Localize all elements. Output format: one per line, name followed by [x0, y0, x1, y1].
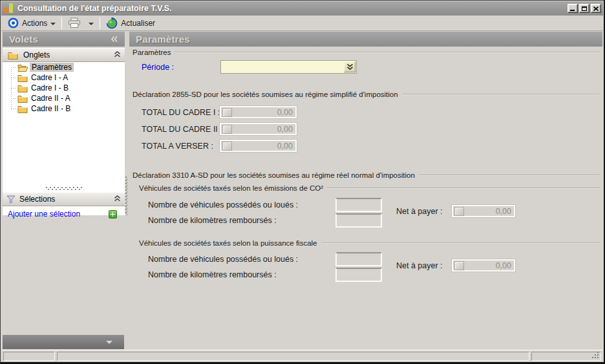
status-panel-right	[531, 352, 601, 361]
field-mini-button[interactable]	[222, 125, 232, 134]
tree-item-label: Paramètres	[30, 63, 74, 72]
total-verser-label: TOTAL A VERSER :	[142, 142, 213, 151]
main-panel: Paramètres Paramètres Période : Déclarat…	[129, 31, 602, 347]
co2-section-legend: Véhicules de sociétés taxés selon les ém…	[139, 184, 600, 192]
app-icon	[3, 3, 14, 14]
decl3310-legend: Déclaration 3310 A-SD pour les sociétés …	[133, 171, 600, 179]
main-body: Paramètres Période : Déclaration 2855-SD…	[129, 47, 602, 347]
tree-item-label: Cadre I - A	[29, 73, 70, 82]
field-mini-button[interactable]	[222, 108, 232, 117]
field-mini-button[interactable]	[222, 142, 232, 151]
fiscale-net-label: Net à payer :	[396, 261, 443, 270]
decl2855-legend: Déclaration 2855-SD pour les sociétés so…	[133, 91, 600, 98]
toolbar: Actions Actualiser	[1, 16, 603, 31]
window-title: Consultation de l'état préparatoire T.V.…	[17, 4, 172, 13]
toolbar-separator	[61, 17, 62, 29]
tree-item-label: Cadre I - B	[29, 83, 70, 92]
status-panel-main	[57, 352, 529, 361]
vertical-splitter-grip[interactable]	[125, 177, 127, 215]
total-cadre2-value: 0,00	[277, 123, 293, 136]
selections-title: Sélections	[19, 195, 55, 204]
collapse-caret-down-icon	[106, 341, 112, 344]
actions-target-icon	[8, 17, 19, 28]
refresh-icon	[106, 17, 118, 29]
sidebar-title: Volets	[9, 34, 38, 45]
refresh-button[interactable]: Actualiser	[102, 16, 159, 30]
chevron-double-left-icon	[111, 36, 118, 43]
selections-header[interactable]: Sélections	[3, 192, 125, 206]
periode-input[interactable]	[221, 61, 343, 73]
co2-kilometres-input[interactable]	[335, 213, 382, 228]
resize-grip[interactable]	[597, 357, 599, 358]
title-bar[interactable]: Consultation de l'état préparatoire T.V.…	[1, 1, 603, 16]
folder-icon	[8, 51, 18, 59]
minimize-button[interactable]	[568, 4, 578, 13]
sidebar-header: Volets	[3, 31, 125, 47]
maximize-icon	[582, 6, 587, 11]
folder-icon	[17, 84, 28, 92]
printer-icon	[68, 17, 81, 28]
onglets-header[interactable]: Onglets	[3, 48, 125, 62]
chevron-double-up-icon	[114, 51, 121, 58]
app-icon-orange-bar	[4, 8, 8, 13]
actions-label: Actions	[22, 19, 47, 28]
onglets-collapse-button[interactable]	[114, 50, 121, 59]
open-folder-icon	[17, 63, 28, 72]
fiscale-net-field: 0,00	[451, 259, 516, 272]
app-window: Consultation de l'état préparatoire T.V.…	[0, 0, 605, 364]
refresh-label: Actualiser	[121, 19, 155, 28]
onglets-title: Onglets	[23, 50, 50, 59]
selections-collapse-button[interactable]	[114, 195, 121, 204]
tree-item-label: Cadre II - B	[29, 104, 72, 113]
print-caret-icon	[89, 23, 94, 25]
tree-item-cadre-2a[interactable]: Cadre II - A	[3, 93, 125, 103]
fiscale-section-legend: Véhicules de sociétés taxés selon la pui…	[139, 239, 600, 247]
total-cadre1-field: 0,00	[219, 105, 297, 119]
add-selection-link[interactable]: Ajouter une sélection	[8, 209, 80, 219]
sidebar-collapse-button[interactable]	[111, 34, 118, 45]
status-panel-left	[3, 352, 55, 361]
close-icon	[593, 6, 599, 11]
fiscale-net-value: 0,00	[496, 259, 511, 272]
folder-icon	[17, 94, 28, 103]
fiscale-kilometres-input[interactable]	[335, 268, 382, 282]
maximize-button[interactable]	[579, 4, 589, 13]
tree-item-cadre-2b[interactable]: Cadre II - B	[3, 103, 125, 114]
status-bar	[2, 350, 602, 361]
co2-vehicules-label: Nombre de véhicules possédés ou loués :	[148, 200, 298, 209]
tree-item-cadre-1b[interactable]: Cadre I - B	[3, 83, 125, 93]
filter-funnel-icon	[6, 195, 16, 204]
minimize-icon	[570, 10, 575, 11]
periode-combobox[interactable]	[220, 60, 357, 74]
periode-dropdown-button[interactable]	[344, 61, 356, 72]
tree-item-label: Cadre II - A	[29, 94, 72, 103]
total-cadre1-label: TOTAL DU CADRE I :	[142, 108, 220, 117]
sidebar-volets: Volets Onglets	[3, 31, 125, 349]
actions-button[interactable]: Actions	[4, 16, 59, 30]
sidebar-bottom-collapse-bar[interactable]	[3, 335, 124, 349]
add-selection-row: Ajouter une sélection	[3, 208, 125, 220]
fiscale-kilometres-label: Nombre de kilomètres remboursés :	[148, 270, 277, 279]
chevron-double-up-icon	[114, 195, 121, 202]
total-verser-field: 0,00	[219, 139, 297, 153]
fiscale-vehicules-input[interactable]	[335, 252, 382, 266]
co2-vehicules-input[interactable]	[335, 198, 382, 212]
add-plus-icon[interactable]	[109, 210, 117, 219]
tree-item-parametres[interactable]: Paramètres	[3, 62, 125, 72]
main-title: Paramètres	[136, 34, 190, 45]
app-icon-green-bar	[9, 3, 13, 13]
field-mini-button[interactable]	[454, 261, 464, 270]
main-header: Paramètres	[129, 31, 602, 47]
folder-icon	[17, 105, 28, 113]
parametres-group-legend: Paramètres	[133, 48, 600, 56]
close-button[interactable]	[591, 4, 601, 13]
total-cadre1-value: 0,00	[277, 106, 293, 119]
field-mini-button[interactable]	[454, 207, 464, 216]
tree-item-cadre-1a[interactable]: Cadre I - A	[3, 72, 125, 83]
co2-net-field: 0,00	[451, 204, 516, 218]
periode-label: Période :	[142, 63, 174, 72]
sidebar-horizontal-splitter[interactable]	[3, 185, 125, 191]
print-dropdown-button[interactable]	[85, 20, 98, 27]
print-button[interactable]	[64, 16, 85, 30]
total-cadre2-label: TOTAL DU CADRE II :	[142, 125, 222, 134]
